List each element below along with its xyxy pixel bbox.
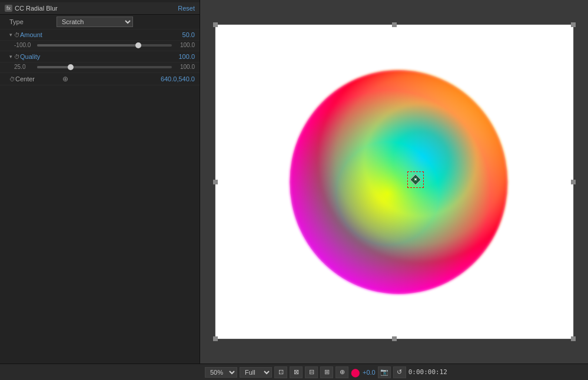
color-correction-icon: ⬤ bbox=[351, 368, 360, 377]
quality-slider-thumb[interactable] bbox=[68, 64, 74, 70]
quality-sub-value: 25.0 bbox=[14, 64, 35, 70]
snapshot-button[interactable]: 📷 bbox=[378, 366, 391, 378]
handle-top-right[interactable] bbox=[571, 22, 576, 27]
amount-row: ▾ ⏱ Amount 50.0 bbox=[0, 29, 200, 41]
color-wheel-overlay bbox=[290, 70, 507, 294]
zoom-fit-button[interactable]: ⊠ bbox=[290, 366, 303, 378]
amount-slider-thumb[interactable] bbox=[135, 42, 141, 48]
bottom-bar: 50% Full ⊡ ⊠ ⊟ ⊞ ⊕ ⬤ +0.0 📷 ↺ 0:00:00:12 bbox=[0, 364, 588, 380]
main-area: fx CC Radial Blur Reset Type Scratch ▾ ⏱… bbox=[0, 0, 588, 364]
type-label: Type bbox=[9, 18, 57, 25]
quality-label: Quality bbox=[20, 53, 67, 60]
handle-top-mid[interactable] bbox=[392, 22, 397, 27]
bottom-bar-left: 50% Full ⊡ ⊠ ⊟ ⊞ ⊕ ⬤ +0.0 📷 ↺ 0:00:00:12 bbox=[205, 366, 447, 378]
zoom-select[interactable]: 50% bbox=[205, 367, 237, 378]
left-panel: fx CC Radial Blur Reset Type Scratch ▾ ⏱… bbox=[0, 0, 200, 364]
handle-top-left[interactable] bbox=[213, 22, 218, 27]
amount-stopwatch-icon[interactable]: ⏱ bbox=[14, 32, 20, 38]
effect-header: fx CC Radial Blur Reset bbox=[0, 2, 200, 15]
grid-button[interactable]: ⊞ bbox=[320, 366, 333, 378]
safe-zones-button[interactable]: ⊟ bbox=[305, 366, 318, 378]
show-snapshot-button[interactable]: ↺ bbox=[393, 366, 406, 378]
type-row: Type Scratch bbox=[0, 15, 200, 29]
quality-slider-row: 25.0 100.0 bbox=[0, 62, 200, 73]
effect-name: CC Radial Blur bbox=[15, 5, 58, 12]
amount-chevron: ▾ bbox=[9, 32, 12, 38]
handle-mid-right[interactable] bbox=[571, 180, 576, 184]
fit-frame-button[interactable]: ⊡ bbox=[274, 366, 287, 378]
amount-slider-row: -100.0 100.0 bbox=[0, 41, 200, 51]
center-row: ⏱ Center ⊕ 640.0,540.0 bbox=[0, 73, 200, 85]
center-marker-inner: ✦ bbox=[410, 174, 421, 186]
amount-slider-track[interactable] bbox=[37, 44, 172, 47]
crosshair-icon[interactable]: ⊕ bbox=[62, 75, 68, 83]
center-stopwatch-icon[interactable]: ⏱ bbox=[9, 76, 15, 82]
reset-button[interactable]: Reset bbox=[178, 5, 195, 12]
amount-label: Amount bbox=[20, 31, 67, 38]
handle-bottom-mid[interactable] bbox=[392, 336, 397, 341]
amount-value[interactable]: 50.0 bbox=[182, 31, 195, 38]
quality-chevron: ▾ bbox=[9, 54, 12, 60]
effect-title: fx CC Radial Blur bbox=[5, 5, 178, 12]
center-value[interactable]: 640.0,540.0 bbox=[161, 75, 195, 82]
amount-slider-fill bbox=[37, 44, 138, 47]
canvas-area: ✦ bbox=[200, 0, 588, 364]
canvas-frame: ✦ bbox=[215, 24, 574, 339]
timecode: 0:00:00:12 bbox=[408, 368, 447, 376]
color-correction-value: +0.0 bbox=[363, 369, 376, 376]
quality-stopwatch-icon[interactable]: ⏱ bbox=[14, 54, 20, 60]
center-label: Center bbox=[15, 75, 62, 82]
handle-bottom-left[interactable] bbox=[213, 336, 218, 341]
amount-max: 100.0 bbox=[174, 42, 195, 48]
type-select[interactable]: Scratch bbox=[57, 16, 133, 27]
quality-display-select[interactable]: Full bbox=[240, 367, 272, 378]
handle-mid-left[interactable] bbox=[213, 180, 218, 184]
quality-row: ▾ ⏱ Quality 100.0 bbox=[0, 51, 200, 62]
channel-button[interactable]: ⊕ bbox=[335, 366, 348, 378]
quality-slider-fill bbox=[37, 66, 71, 68]
fx-badge: fx bbox=[5, 5, 12, 12]
quality-value[interactable]: 100.0 bbox=[178, 53, 195, 60]
quality-slider-track[interactable] bbox=[37, 66, 172, 68]
quality-max: 100.0 bbox=[174, 64, 195, 70]
handle-bottom-right[interactable] bbox=[571, 336, 576, 341]
center-marker[interactable]: ✦ bbox=[407, 171, 424, 188]
amount-min: -100.0 bbox=[14, 42, 35, 48]
